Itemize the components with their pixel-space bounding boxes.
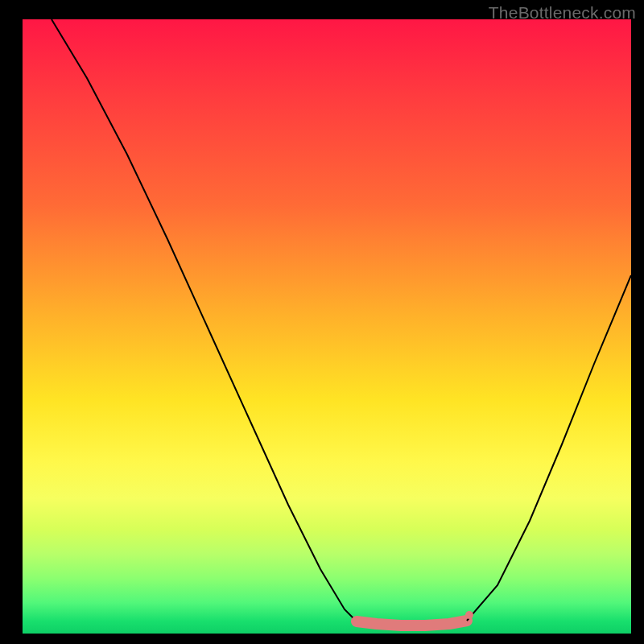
valley-floor-band <box>357 621 467 625</box>
chart-frame: TheBottleneck.com <box>0 0 644 644</box>
chart-svg <box>23 19 631 634</box>
series-group <box>52 19 631 625</box>
plot-area <box>23 19 631 634</box>
watermark-text: TheBottleneck.com <box>489 3 636 23</box>
right-curve <box>467 275 631 621</box>
left-curve <box>52 19 357 621</box>
marker-dot <box>465 611 473 619</box>
